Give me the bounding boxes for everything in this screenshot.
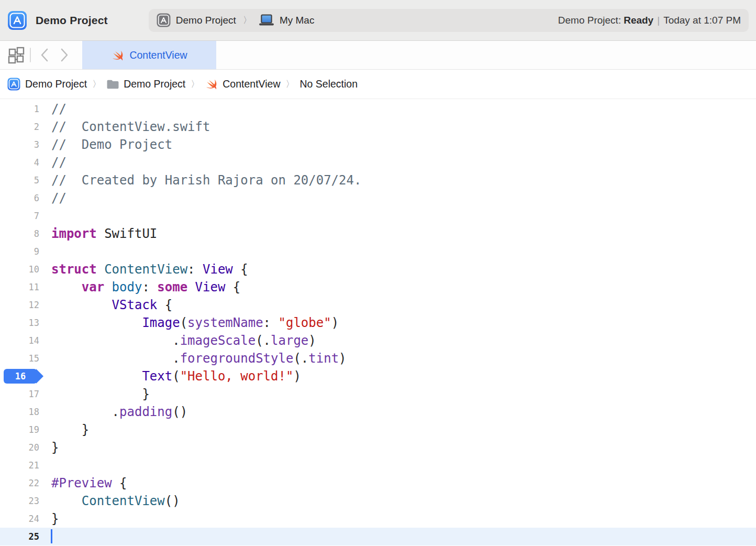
code-line[interactable]: 14 .imageScale(.large) [0,332,756,350]
line-number[interactable]: 23 [0,492,39,510]
line-number[interactable]: 24 [0,510,39,528]
line-number[interactable]: 14 [0,332,39,350]
code-text: #Preview { [39,474,127,492]
line-number[interactable]: 15 [0,350,39,367]
code-line[interactable]: 24} [0,510,756,528]
line-number[interactable]: 22 [0,474,39,492]
code-line[interactable]: 17 } [0,385,756,403]
swift-file-icon [111,49,124,62]
line-number[interactable]: 16 [0,367,39,385]
line-number[interactable]: 19 [0,421,39,439]
line-number[interactable]: 6 [0,189,39,207]
code-text: import SwiftUI [39,225,157,243]
code-text: .padding() [39,403,187,421]
my-mac-icon [259,14,274,26]
code-line[interactable]: 7 [0,207,756,225]
code-line[interactable]: 25 [0,528,756,545]
line-number[interactable]: 7 [0,207,39,225]
xcode-window: { "toolbar": { "project_title": "Demo Pr… [0,0,756,546]
code-line[interactable]: 6// [0,189,756,207]
line-number[interactable]: 25 [0,528,39,545]
status-state: Ready [624,15,653,26]
code-editor[interactable]: 1//2// ContentView.swift3// Demo Project… [0,99,756,546]
toolbar-activity-pill: Demo Project 〉 My Mac Demo Project:Ready… [149,9,749,32]
line-number[interactable]: 12 [0,296,39,314]
line-number[interactable]: 1 [0,100,39,118]
related-items-grid-icon[interactable] [6,45,26,65]
code-text: // [39,189,66,207]
code-line[interactable]: 2// ContentView.swift [0,118,756,136]
line-number[interactable]: 18 [0,403,39,421]
line-number[interactable]: 9 [0,243,39,260]
code-text: // [39,100,66,118]
chevron-right-icon: 〉 [241,14,253,26]
breadcrumb-item-project[interactable]: Demo Project [7,78,87,91]
line-number[interactable]: 5 [0,171,39,189]
code-line[interactable]: 15 .foregroundStyle(.tint) [0,350,756,367]
code-line[interactable]: 21 [0,456,756,474]
project-title: Demo Project [36,14,108,27]
code-text: } [39,421,89,439]
breadcrumb-label: No Selection [299,78,358,90]
code-text: .imageScale(.large) [39,332,316,350]
destination-name[interactable]: My Mac [280,15,315,26]
line-number[interactable]: 17 [0,385,39,403]
app-project-icon [7,10,27,30]
code-line[interactable]: 3// Demo Project [0,136,756,154]
line-number[interactable]: 13 [0,314,39,332]
line-number[interactable]: 11 [0,278,39,296]
code-text: } [39,385,150,403]
code-line[interactable]: 1// [0,100,756,118]
code-text: ContentView() [39,492,180,510]
tab-contentview[interactable]: ContentView [82,41,216,69]
code-text: VStack { [39,296,172,314]
code-line[interactable]: 19 } [0,421,756,439]
line-number[interactable]: 10 [0,260,39,278]
code-line[interactable]: 23 ContentView() [0,492,756,510]
code-text: Text("Hello, world!") [39,367,301,385]
code-line[interactable]: 10struct ContentView: View { [0,260,756,278]
code-line[interactable]: 16 Text("Hello, world!") [0,367,756,385]
line-number[interactable]: 4 [0,154,39,171]
code-text: // Created by Harish Rajora on 20/07/24. [39,171,361,189]
line-number[interactable]: 3 [0,136,39,154]
code-line[interactable]: 20} [0,439,756,456]
navigate-forward-button[interactable] [54,45,74,65]
chevron-right-icon: 〉 [87,78,106,90]
line-number[interactable]: 20 [0,439,39,456]
navigate-back-button[interactable] [35,45,54,65]
code-line[interactable]: 18 .padding() [0,403,756,421]
scheme-app-icon [157,13,171,27]
tab-label: ContentView [129,49,187,61]
breadcrumb-item-file[interactable]: ContentView [205,78,280,91]
code-text: // Demo Project [39,136,172,154]
swift-file-icon [205,78,218,91]
code-line[interactable]: 12 VStack { [0,296,756,314]
code-line[interactable]: 22#Preview { [0,474,756,492]
code-line[interactable]: 4// [0,154,756,171]
line-number[interactable]: 21 [0,456,39,474]
line-number[interactable]: 8 [0,225,39,243]
code-text: .foregroundStyle(.tint) [39,350,347,367]
code-line[interactable]: 11 var body: some View { [0,278,756,296]
code-line[interactable]: 5// Created by Harish Rajora on 20/07/24… [0,171,756,189]
breadcrumb-item-selection[interactable]: No Selection [299,78,358,90]
code-line[interactable]: 8import SwiftUI [0,225,756,243]
breakpoint-marker[interactable]: 16 [4,369,37,384]
status-time: Today at 1:07 PM [663,15,741,26]
code-text: Image(systemName: "globe") [39,314,339,332]
activity-status[interactable]: Demo Project:Ready|Today at 1:07 PM [558,15,741,26]
toolbar: Demo Project Demo Project 〉 My Mac Dem [0,0,756,41]
project-app-icon [7,78,20,91]
scheme-selector[interactable]: Demo Project 〉 My Mac [157,13,315,27]
code-text: struct ContentView: View { [39,260,248,278]
code-text: // [39,154,66,171]
divider [30,48,31,62]
text-cursor [51,529,52,543]
code-line[interactable]: 9 [0,243,756,260]
breadcrumb-label: Demo Project [124,78,185,90]
code-line[interactable]: 13 Image(systemName: "globe") [0,314,756,332]
line-number[interactable]: 2 [0,118,39,136]
breadcrumb-item-group[interactable]: Demo Project [106,78,185,90]
scheme-name[interactable]: Demo Project [176,15,236,26]
